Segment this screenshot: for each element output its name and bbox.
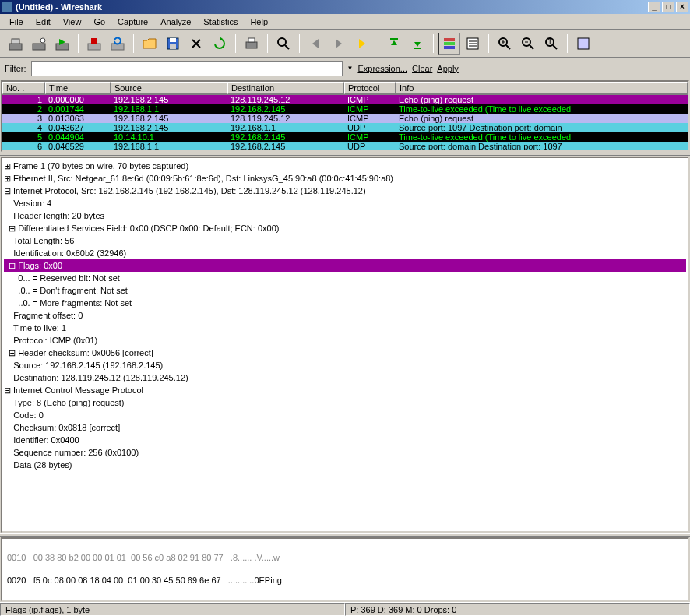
col-protocol[interactable]: Protocol: [344, 82, 396, 94]
menu-file[interactable]: File: [3, 16, 30, 28]
tree-ip-version[interactable]: Version: 4: [4, 197, 686, 209]
menu-statistics[interactable]: Statistics: [197, 16, 244, 28]
menu-go[interactable]: Go: [87, 16, 111, 28]
tree-icmp-seq[interactable]: Sequence number: 256 (0x0100): [4, 446, 686, 459]
restart-capture-icon[interactable]: [107, 33, 128, 55]
tree-ip-dsf[interactable]: ⊞ Differentiated Services Field: 0x00 (D…: [4, 222, 686, 234]
menu-view[interactable]: View: [57, 16, 88, 28]
packet-row[interactable]: 50.04490410.14.10.1192.168.2.145ICMPTime…: [2, 132, 688, 142]
tree-frame[interactable]: ⊞ Frame 1 (70 bytes on wire, 70 bytes ca…: [4, 160, 686, 172]
maximize-button[interactable]: □: [662, 2, 674, 12]
minimize-button[interactable]: _: [648, 2, 660, 12]
col-info[interactable]: Info: [396, 82, 688, 94]
options-icon[interactable]: [28, 33, 50, 55]
save-icon[interactable]: [162, 33, 184, 55]
tree-flag-reserved[interactable]: 0... = Reserved bit: Not set: [4, 272, 686, 284]
tree-ip-hlen[interactable]: Header length: 20 bytes: [4, 209, 686, 222]
reload-icon[interactable]: [209, 33, 231, 55]
svg-rect-9: [167, 38, 178, 49]
go-last-icon[interactable]: [407, 33, 428, 55]
packet-row[interactable]: 30.013063192.168.2.145128.119.245.12ICMP…: [2, 114, 688, 123]
tree-flag-df[interactable]: .0.. = Don't fragment: Not set: [4, 284, 686, 297]
col-time[interactable]: Time: [45, 82, 111, 94]
close-button[interactable]: ×: [676, 2, 688, 12]
start-capture-icon[interactable]: [51, 33, 73, 55]
splitter-1[interactable]: [0, 153, 690, 156]
tree-ip-flags[interactable]: ⊟ Flags: 0x00: [4, 259, 686, 272]
tree-ip[interactable]: ⊟ Internet Protocol, Src: 192.168.2.145 …: [4, 185, 686, 197]
menu-capture[interactable]: Capture: [111, 16, 154, 28]
go-back-icon[interactable]: [305, 33, 326, 55]
tree-ip-cksum[interactable]: ⊞ Header checksum: 0x0056 [correct]: [4, 347, 686, 359]
svg-marker-5: [59, 39, 65, 45]
packet-row[interactable]: 40.043627192.168.2.145192.168.1.1UDPSour…: [2, 123, 688, 132]
splitter-2[interactable]: [0, 533, 690, 537]
svg-rect-4: [56, 44, 69, 50]
zoom-out-icon[interactable]: [517, 33, 539, 55]
svg-text:1: 1: [547, 37, 552, 46]
svg-rect-6: [88, 44, 100, 50]
col-destination[interactable]: Destination: [227, 82, 344, 94]
packet-row[interactable]: 60.046529192.168.1.1192.168.2.145UDPSour…: [2, 142, 688, 151]
menu-help[interactable]: Help: [244, 16, 274, 28]
window-title: (Untitled) - Wireshark: [16, 2, 646, 12]
interfaces-icon[interactable]: [5, 33, 26, 55]
svg-rect-8: [111, 44, 124, 50]
zoom-100-icon[interactable]: 1: [540, 33, 562, 55]
expression-link[interactable]: Expression...: [357, 64, 407, 73]
svg-point-40: [546, 38, 554, 46]
svg-rect-0: [9, 44, 22, 50]
tree-ip-protocol[interactable]: Protocol: ICMP (0x01): [4, 334, 686, 347]
zoom-in-icon[interactable]: [494, 33, 516, 55]
tree-icmp-code[interactable]: Code: 0: [4, 409, 686, 421]
close-file-icon[interactable]: [185, 33, 207, 55]
open-icon[interactable]: [139, 33, 160, 55]
col-source[interactable]: Source: [111, 82, 227, 94]
packet-bytes[interactable]: 0010 00 38 80 b2 00 00 01 01 00 56 c0 a8…: [1, 537, 689, 601]
autoscroll-icon[interactable]: [462, 33, 484, 55]
tree-icmp-type[interactable]: Type: 8 (Echo (ping) request): [4, 396, 686, 409]
packet-row[interactable]: 20.001744192.168.1.1192.168.2.145ICMPTim…: [2, 104, 688, 114]
tree-icmp-cksum[interactable]: Checksum: 0x0818 [correct]: [4, 421, 686, 434]
col-no[interactable]: No. .: [2, 82, 45, 94]
colorize-icon[interactable]: [438, 33, 460, 55]
tree-ip-tlen[interactable]: Total Length: 56: [4, 234, 686, 247]
packet-details[interactable]: ⊞ Frame 1 (70 bytes on wire, 70 bytes ca…: [1, 157, 689, 533]
tree-icmp-id[interactable]: Identifier: 0x0400: [4, 434, 686, 446]
tree-icmp[interactable]: ⊟ Internet Control Message Protocol: [4, 384, 686, 396]
clear-link[interactable]: Clear: [412, 64, 432, 73]
tree-ip-frag[interactable]: Fragment offset: 0: [4, 309, 686, 322]
svg-rect-1: [12, 39, 19, 44]
stop-capture-icon[interactable]: [83, 33, 105, 55]
filter-input[interactable]: [31, 61, 343, 76]
svg-rect-15: [246, 42, 257, 48]
toolbar: 1: [0, 30, 690, 58]
statusbar: Flags (ip.flags), 1 byte P: 369 D: 369 M…: [0, 602, 690, 616]
go-first-icon[interactable]: [383, 33, 405, 55]
print-icon[interactable]: [241, 33, 262, 55]
packet-list[interactable]: No. . Time Source Destination Protocol I…: [1, 80, 689, 152]
packet-row[interactable]: 10.000000192.168.2.145128.119.245.12ICMP…: [2, 95, 688, 104]
tree-ethernet[interactable]: ⊞ Ethernet II, Src: Netgear_61:8e:6d (00…: [4, 172, 686, 185]
apply-link[interactable]: Apply: [437, 64, 459, 73]
tree-ip-dst[interactable]: Destination: 128.119.245.12 (128.119.245…: [4, 371, 686, 384]
menu-edit[interactable]: Edit: [30, 16, 57, 28]
svg-rect-29: [467, 38, 478, 49]
go-forward-icon[interactable]: [328, 33, 350, 55]
find-icon[interactable]: [273, 33, 294, 55]
svg-line-41: [553, 45, 557, 49]
tree-ip-ttl[interactable]: Time to live: 1: [4, 322, 686, 334]
menu-analyze[interactable]: Analyze: [154, 16, 197, 28]
bytes-row-0030: 0030 50 6c 6f 74 74 65 72 32 2e 36 30 30…: [7, 598, 683, 601]
titlebar[interactable]: (Untitled) - Wireshark _ □ ×: [0, 0, 690, 14]
tree-icmp-data[interactable]: Data (28 bytes): [4, 459, 686, 471]
svg-rect-7: [91, 38, 97, 44]
filter-dropdown-icon[interactable]: ▼: [347, 65, 354, 72]
tree-ip-src[interactable]: Source: 192.168.2.145 (192.168.2.145): [4, 359, 686, 371]
tree-ip-ident[interactable]: Identification: 0x80b2 (32946): [4, 247, 686, 259]
svg-line-13: [192, 40, 200, 48]
svg-rect-26: [444, 38, 455, 41]
go-to-icon[interactable]: [351, 33, 373, 55]
tree-flag-mf[interactable]: ..0. = More fragments: Not set: [4, 297, 686, 309]
resize-columns-icon[interactable]: [572, 33, 594, 55]
